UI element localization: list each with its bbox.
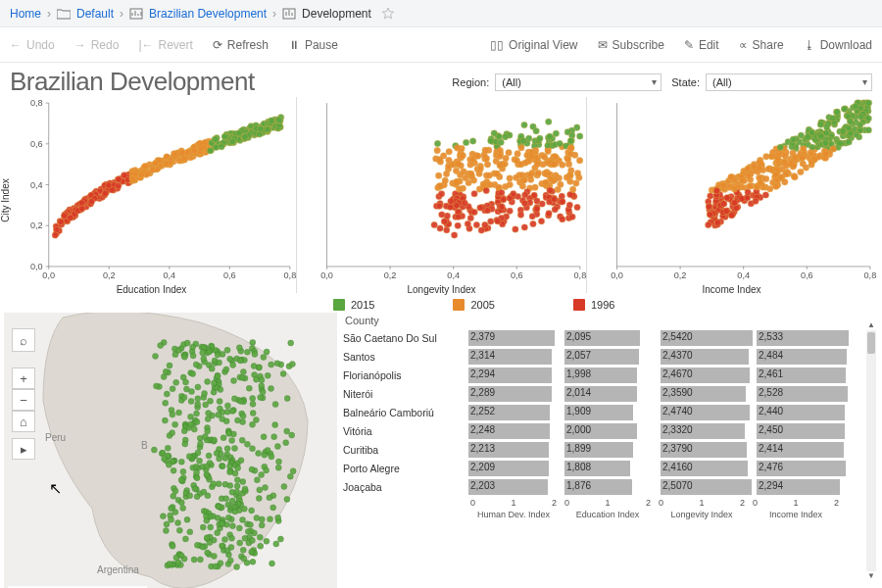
scroll-up-icon[interactable]: ▲ (866, 320, 876, 330)
svg-point-1174 (777, 144, 784, 151)
svg-point-517 (435, 172, 442, 179)
map[interactable]: ⌕ + − ⌂ ▸ Peru B Argentina © OpenStreetM… (4, 313, 337, 588)
chart-longevity[interactable]: 0,00,20,40,60,8 Longevity Index (296, 97, 586, 293)
svg-point-1611 (190, 353, 196, 359)
svg-point-754 (551, 196, 558, 203)
legend-2015[interactable]: 2015 (333, 299, 374, 311)
breadcrumb-project[interactable]: Brazilian Development (149, 7, 267, 21)
mail-icon: ✉ (598, 38, 608, 52)
svg-point-1089 (721, 201, 728, 208)
svg-point-1429 (249, 466, 255, 472)
svg-point-1636 (195, 450, 201, 456)
table-row[interactable]: Santos2,3142,0572,43702,484 (343, 347, 878, 366)
svg-point-474 (507, 208, 514, 215)
svg-point-1254 (271, 434, 277, 440)
svg-point-429 (434, 140, 441, 147)
svg-point-681 (535, 170, 542, 176)
map-label-peru: Peru (45, 432, 66, 443)
map-search-button[interactable]: ⌕ (12, 328, 35, 352)
svg-point-1577 (220, 435, 226, 441)
map-zoom-out-button[interactable]: − (12, 389, 35, 411)
region-select[interactable]: (All) (495, 74, 662, 91)
svg-point-1629 (238, 399, 244, 405)
download-button[interactable]: ⭳ Download (804, 38, 872, 52)
table-scrollbar[interactable]: ▲ ▼ (866, 330, 876, 571)
table-row[interactable]: Joaçaba2,2031,8762,50702,294 (343, 477, 878, 496)
svg-point-753 (439, 212, 446, 219)
svg-point-1480 (238, 458, 244, 464)
legend-1996[interactable]: 1996 (573, 299, 614, 311)
county-name: Porto Alegre (343, 463, 466, 474)
svg-point-1473 (183, 386, 189, 392)
undo-button[interactable]: ← Undo (10, 38, 55, 52)
svg-point-688 (436, 157, 443, 164)
scroll-down-icon[interactable]: ▼ (866, 571, 876, 581)
table-row[interactable]: Curitiba2,2131,8992,37902,414 (343, 440, 878, 459)
breadcrumb-home[interactable]: Home (10, 7, 41, 21)
breadcrumb-default[interactable]: Default (76, 7, 114, 21)
svg-point-646 (513, 174, 519, 181)
svg-point-1631 (200, 544, 206, 550)
refresh-icon: ⟳ (213, 38, 222, 52)
svg-point-1113 (745, 172, 752, 179)
edit-button[interactable]: ✎ Edit (684, 38, 719, 52)
subscribe-button[interactable]: ✉ Subscribe (598, 38, 664, 52)
refresh-button[interactable]: ⟳ Refresh (213, 38, 269, 52)
share-button[interactable]: ∝ Share (739, 38, 784, 52)
svg-point-321 (213, 136, 220, 143)
svg-point-1245 (163, 528, 169, 534)
pause-button[interactable]: ⏸ Pause (288, 38, 338, 52)
svg-point-1568 (229, 408, 235, 414)
table-row[interactable]: Vitória2,2482,0002,33202,450 (343, 421, 878, 440)
svg-point-1230 (246, 385, 252, 391)
svg-point-389 (121, 172, 127, 179)
redo-button[interactable]: → Redo (74, 38, 120, 52)
svg-point-1608 (276, 459, 282, 465)
svg-point-1637 (226, 431, 232, 437)
original-view-button[interactable]: ▯▯ Original View (490, 38, 577, 52)
svg-point-1188 (175, 520, 181, 526)
state-select[interactable]: (All) (706, 74, 872, 91)
chart-income[interactable]: 0,00,20,40,60,8 Income Index (586, 97, 876, 293)
svg-point-1509 (167, 363, 172, 368)
svg-point-1574 (181, 354, 187, 360)
svg-point-1614 (203, 514, 209, 519)
legend-2005[interactable]: 2005 (453, 299, 494, 311)
map-zoom-in-button[interactable]: + (12, 368, 35, 389)
svg-point-1163 (782, 153, 789, 160)
svg-point-1425 (205, 493, 211, 499)
svg-point-1632 (212, 437, 218, 443)
bar-cell: 2,000 (564, 423, 659, 439)
star-icon[interactable] (381, 7, 395, 21)
svg-point-779 (456, 186, 463, 193)
svg-text:0,6: 0,6 (801, 270, 813, 280)
table-row[interactable]: Porto Alegre2,2091,8082,41602,476 (343, 459, 878, 477)
svg-point-386 (207, 147, 214, 154)
revert-button[interactable]: |← Revert (138, 38, 192, 52)
svg-point-683 (455, 222, 462, 229)
svg-point-1418 (172, 421, 178, 427)
chart-education[interactable]: City Index 0,00,20,40,60,80,00,20,40,60,… (6, 97, 296, 293)
scroll-thumb[interactable] (867, 332, 875, 354)
svg-point-792 (495, 219, 502, 225)
svg-text:0,4: 0,4 (30, 180, 43, 190)
svg-point-1615 (190, 371, 196, 377)
table-row[interactable]: Niterói2,2892,0142,35902,528 (343, 384, 878, 403)
svg-point-300 (116, 176, 122, 183)
table-row[interactable]: Florianópolis2,2941,9982,46702,461 (343, 366, 878, 384)
svg-point-785 (499, 204, 506, 211)
svg-point-1166 (805, 133, 811, 140)
table-row[interactable]: Balneário Camboriú2,2521,9092,47402,440 (343, 403, 878, 421)
map-play-button[interactable]: ▸ (12, 438, 35, 460)
svg-point-1380 (256, 365, 262, 370)
svg-point-593 (545, 148, 552, 155)
svg-text:0,2: 0,2 (30, 220, 43, 230)
svg-point-348 (52, 232, 59, 239)
svg-point-764 (461, 169, 467, 175)
map-home-button[interactable]: ⌂ (12, 411, 35, 432)
svg-point-1117 (792, 173, 799, 180)
svg-point-1121 (745, 166, 752, 172)
svg-point-584 (567, 151, 574, 158)
table-row[interactable]: São Caetano Do Sul2,3792,0952,54202,533 (343, 328, 878, 347)
bar-cell: 2,3590 (661, 386, 755, 402)
